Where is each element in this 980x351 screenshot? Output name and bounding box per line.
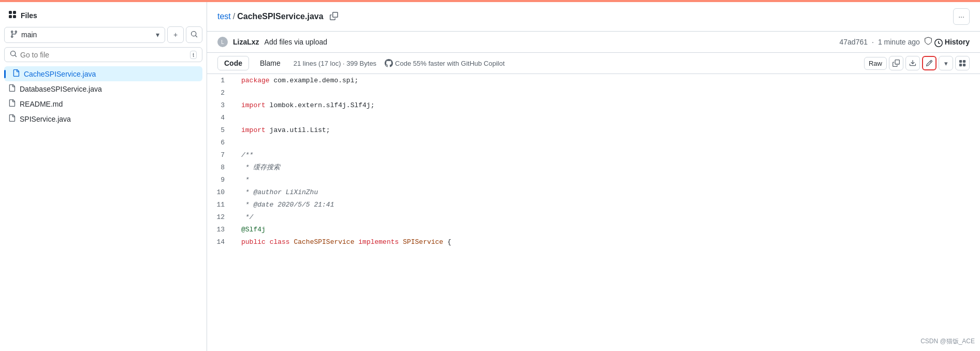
file-item-databasespiservice[interactable]: DatabaseSPIService.java <box>4 81 202 96</box>
file-item-cachespiservice[interactable]: CacheSPIService.java <box>4 66 202 81</box>
search-box: t <box>4 47 202 62</box>
line-number: 1 <box>207 74 233 86</box>
line-code <box>233 86 980 99</box>
line-number: 11 <box>207 198 233 211</box>
table-row: 10 * @author LiXinZhu <box>207 186 980 198</box>
file-item-spiservice[interactable]: SPIService.java <box>4 111 202 126</box>
search-file-icon <box>10 50 17 59</box>
line-number: 2 <box>207 86 233 99</box>
table-row: 12 */ <box>207 211 980 223</box>
tab-code[interactable]: Code <box>217 56 249 70</box>
branch-icon <box>10 30 18 40</box>
line-number: 4 <box>207 111 233 124</box>
line-number: 9 <box>207 173 233 186</box>
chevron-down-icon: ▾ <box>944 60 948 67</box>
line-code: * @author LiXinZhu <box>233 186 980 198</box>
line-number: 7 <box>207 149 233 161</box>
file-icon-2 <box>8 99 16 108</box>
file-name-1: DatabaseSPIService.java <box>20 85 102 93</box>
table-row: 11 * @date 2020/5/5 21:41 <box>207 198 980 211</box>
search-icon <box>191 31 198 39</box>
file-icon-3 <box>8 114 16 123</box>
code-meta: 21 lines (17 loc) · 399 Bytes <box>294 60 376 67</box>
content-area: test / CacheSPIService.java ··· L Liza <box>207 2 980 351</box>
sidebar-title: Files <box>21 11 37 20</box>
file-list: CacheSPIService.java DatabaseSPIService.… <box>4 66 202 345</box>
file-icon-0 <box>12 69 20 78</box>
table-row: 8 * 缓存搜索 <box>207 161 980 173</box>
commit-meta: 47ad761 · 1 minute ago History <box>840 37 970 47</box>
history-icon <box>924 37 943 47</box>
commit-bar: L LizaLxz Add files via upload 47ad761 ·… <box>207 32 980 53</box>
breadcrumb-separator: / <box>233 12 235 21</box>
history-label: History <box>945 38 970 46</box>
plus-icon: + <box>173 31 178 39</box>
line-number: 10 <box>207 186 233 198</box>
line-code: package com.example.demo.spi; <box>233 74 980 86</box>
breadcrumb-repo[interactable]: test <box>217 12 231 21</box>
line-code: import java.util.List; <box>233 124 980 136</box>
download-button[interactable] <box>905 56 920 70</box>
watermark: CSDN @猫饭_ACE <box>920 337 975 346</box>
commit-author[interactable]: LizaLxz <box>233 38 259 46</box>
line-number: 5 <box>207 124 233 136</box>
file-name-0: CacheSPIService.java <box>24 70 96 78</box>
history-button[interactable]: History <box>924 37 970 47</box>
code-toolbar: Code Blame 21 lines (17 loc) · 399 Bytes… <box>207 53 980 74</box>
sidebar: Files main ▾ + <box>0 2 207 351</box>
tab-blame[interactable]: Blame <box>253 56 287 70</box>
table-row: 5import java.util.List; <box>207 124 980 136</box>
line-code: */ <box>233 211 980 223</box>
active-file-indicator <box>4 70 6 78</box>
more-actions-button[interactable]: ··· <box>953 8 970 25</box>
file-name-3: SPIService.java <box>20 115 71 123</box>
file-icon-1 <box>8 84 16 93</box>
line-code: * <box>233 173 980 186</box>
branch-selector[interactable]: main ▾ <box>4 27 165 43</box>
file-name-2: README.md <box>20 100 63 108</box>
toolbar-right: Raw ▾ <box>864 56 970 70</box>
raw-button[interactable]: Raw <box>864 57 887 70</box>
table-row: 2 <box>207 86 980 99</box>
header-actions: ··· <box>953 8 970 25</box>
chevron-down-icon: ▾ <box>156 31 159 39</box>
commit-hash[interactable]: 47ad761 <box>840 38 868 46</box>
line-number: 14 <box>207 236 233 248</box>
code-table: 1package com.example.demo.spi;23import l… <box>207 74 980 248</box>
main-layout: Files main ▾ + <box>0 2 980 351</box>
commit-message: Add files via upload <box>265 38 327 46</box>
line-code <box>233 136 980 149</box>
breadcrumb-filename: CacheSPIService.java <box>237 12 323 21</box>
add-file-button[interactable]: + <box>167 26 184 43</box>
table-row: 9 * <box>207 173 980 186</box>
edit-dropdown-button[interactable]: ▾ <box>939 56 953 70</box>
table-row: 13@Slf4j <box>207 223 980 236</box>
line-code: /** <box>233 149 980 161</box>
commit-separator: · <box>872 38 874 46</box>
line-code: @Slf4j <box>233 223 980 236</box>
go-to-file-shortcut: t <box>190 51 197 59</box>
table-row: 1package com.example.demo.spi; <box>207 74 980 86</box>
line-number: 6 <box>207 136 233 149</box>
commit-time: 1 minute ago <box>878 38 920 46</box>
branch-name: main <box>21 31 153 39</box>
symbols-button[interactable] <box>955 56 970 70</box>
table-row: 4 <box>207 111 980 124</box>
go-to-file-input[interactable] <box>20 51 187 59</box>
line-number: 8 <box>207 161 233 173</box>
file-item-readme[interactable]: README.md <box>4 96 202 111</box>
raw-label: Raw <box>869 60 882 67</box>
line-number: 3 <box>207 99 233 111</box>
line-code: * 缓存搜索 <box>233 161 980 173</box>
line-number: 13 <box>207 223 233 236</box>
avatar: L <box>217 37 228 47</box>
file-path-header: test / CacheSPIService.java ··· <box>207 2 980 32</box>
breadcrumb: test / CacheSPIService.java <box>217 12 338 22</box>
line-code: * @date 2020/5/5 21:41 <box>233 198 980 211</box>
search-files-button[interactable] <box>186 26 202 43</box>
copilot-badge: Code 55% faster with GitHub Copilot <box>385 59 505 67</box>
copy-path-icon[interactable] <box>330 12 338 22</box>
branch-actions: main ▾ + <box>4 26 202 43</box>
edit-button[interactable] <box>922 56 937 70</box>
copy-raw-button[interactable] <box>889 56 903 70</box>
